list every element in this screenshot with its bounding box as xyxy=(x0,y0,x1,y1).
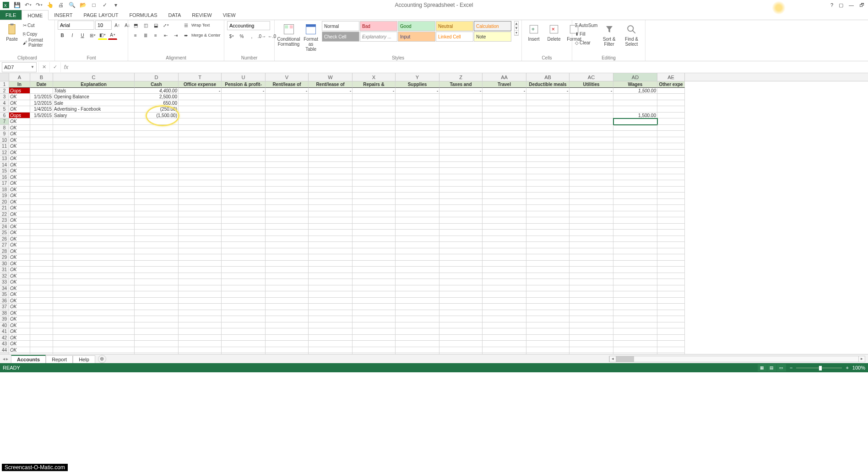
cell[interactable] xyxy=(179,236,222,242)
cell[interactable] xyxy=(657,316,685,322)
cell[interactable] xyxy=(266,193,309,199)
cell[interactable] xyxy=(309,273,353,279)
cell[interactable]: OK xyxy=(9,217,30,224)
row-header[interactable]: 4 xyxy=(0,100,9,107)
align-middle-icon[interactable]: ◫ xyxy=(141,21,150,30)
cell[interactable] xyxy=(353,279,396,285)
cell[interactable] xyxy=(266,143,309,150)
cell[interactable] xyxy=(483,113,526,119)
cell[interactable] xyxy=(396,94,439,100)
row-header[interactable]: 35 xyxy=(0,291,9,298)
cell[interactable] xyxy=(222,310,266,316)
cell[interactable] xyxy=(266,285,309,292)
cell[interactable] xyxy=(53,199,135,205)
cell[interactable] xyxy=(570,298,613,304)
col-header-U[interactable]: U xyxy=(222,73,266,81)
cell[interactable] xyxy=(613,187,657,193)
cell[interactable] xyxy=(135,150,179,156)
cell[interactable] xyxy=(613,217,657,224)
cell[interactable] xyxy=(613,322,657,329)
cell[interactable] xyxy=(570,100,613,107)
style-check-cell[interactable]: Check Cell xyxy=(322,32,359,42)
cell[interactable] xyxy=(570,304,613,310)
row-header[interactable]: 31 xyxy=(0,267,9,273)
cell[interactable] xyxy=(613,335,657,341)
cell[interactable] xyxy=(135,125,179,131)
cell[interactable] xyxy=(179,94,222,100)
cell[interactable] xyxy=(179,335,222,341)
cell[interactable] xyxy=(613,125,657,131)
cell[interactable] xyxy=(135,193,179,199)
cell[interactable]: Travel xyxy=(483,81,526,88)
cell[interactable] xyxy=(570,322,613,329)
row-header[interactable]: 2 xyxy=(0,88,9,94)
cell[interactable] xyxy=(439,187,483,193)
cell[interactable] xyxy=(30,254,53,261)
row-header[interactable]: 16 xyxy=(0,174,9,181)
cell[interactable] xyxy=(613,100,657,107)
cell[interactable] xyxy=(483,310,526,316)
cell[interactable] xyxy=(396,310,439,316)
cell[interactable] xyxy=(222,328,266,335)
cell[interactable] xyxy=(135,273,179,279)
cell[interactable] xyxy=(309,180,353,187)
cell[interactable]: OK xyxy=(9,304,30,310)
style-good[interactable]: Good xyxy=(398,21,435,31)
cell[interactable] xyxy=(526,205,570,211)
cell[interactable] xyxy=(570,217,613,224)
cell[interactable] xyxy=(266,230,309,236)
cell[interactable] xyxy=(266,341,309,347)
cell[interactable]: - xyxy=(309,88,353,94)
cell[interactable] xyxy=(30,273,53,279)
cell[interactable] xyxy=(30,125,53,131)
cell[interactable] xyxy=(53,224,135,230)
cell[interactable] xyxy=(613,137,657,144)
cell[interactable]: OK xyxy=(9,328,30,335)
cell[interactable] xyxy=(483,236,526,242)
cell[interactable] xyxy=(526,193,570,199)
cell[interactable] xyxy=(396,131,439,137)
row-header[interactable]: 32 xyxy=(0,273,9,279)
cell[interactable] xyxy=(353,273,396,279)
cancel-formula-icon[interactable]: ✕ xyxy=(38,62,49,72)
cell[interactable] xyxy=(266,100,309,107)
cell[interactable] xyxy=(353,162,396,168)
cell[interactable] xyxy=(266,217,309,224)
cell[interactable] xyxy=(266,174,309,181)
undo-icon[interactable]: ↶ xyxy=(24,1,32,9)
cell[interactable] xyxy=(613,162,657,168)
cell[interactable] xyxy=(526,298,570,304)
cell[interactable] xyxy=(613,156,657,162)
row-header[interactable]: 8 xyxy=(0,125,9,131)
cell[interactable]: OK xyxy=(9,322,30,329)
cell[interactable] xyxy=(30,267,53,273)
cell[interactable] xyxy=(613,291,657,298)
cell[interactable] xyxy=(526,291,570,298)
cell[interactable] xyxy=(439,174,483,181)
cell[interactable] xyxy=(657,168,685,174)
font-color-button[interactable]: A xyxy=(108,31,117,40)
cell[interactable] xyxy=(222,261,266,267)
cell[interactable]: OK xyxy=(9,106,30,113)
cell[interactable] xyxy=(30,162,53,168)
cell[interactable] xyxy=(266,322,309,329)
cell[interactable] xyxy=(135,180,179,187)
cell-styles-gallery[interactable]: Normal Bad Good Neutral Calculation Chec… xyxy=(322,21,511,42)
cell[interactable] xyxy=(309,279,353,285)
cell[interactable] xyxy=(309,118,353,125)
row-header[interactable]: 17 xyxy=(0,180,9,187)
cell[interactable] xyxy=(30,156,53,162)
cell[interactable] xyxy=(396,298,439,304)
cell[interactable] xyxy=(439,273,483,279)
cell[interactable] xyxy=(222,248,266,255)
cell[interactable] xyxy=(222,291,266,298)
cell[interactable] xyxy=(396,285,439,292)
cell[interactable]: 2,500.00 xyxy=(135,94,179,100)
cell[interactable] xyxy=(222,193,266,199)
cell[interactable] xyxy=(309,304,353,310)
cell[interactable] xyxy=(613,298,657,304)
cell[interactable] xyxy=(483,328,526,335)
cell[interactable]: - xyxy=(439,88,483,94)
cell[interactable] xyxy=(613,94,657,100)
cell[interactable] xyxy=(179,285,222,292)
